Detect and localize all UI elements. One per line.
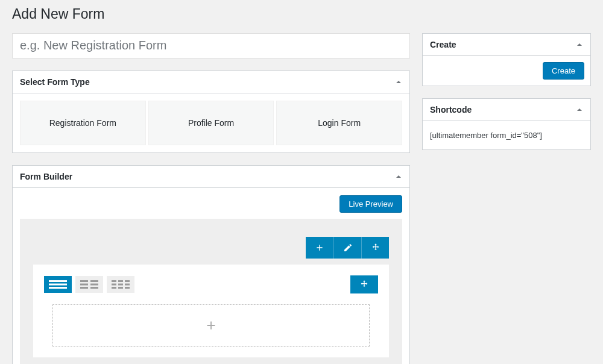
select-form-type-title: Select Form Type [13, 71, 97, 93]
live-preview-button[interactable]: Live Preview [339, 195, 402, 213]
chevron-up-icon [395, 78, 402, 86]
layout-one-column-button[interactable] [44, 276, 72, 293]
svg-rect-5 [80, 283, 88, 285]
builder-row [33, 265, 389, 357]
two-column-icon [80, 280, 98, 289]
create-button[interactable]: Create [543, 62, 584, 80]
create-panel: Create Create [422, 33, 591, 86]
form-builder-title: Form Builder [13, 166, 80, 187]
builder-canvas [20, 219, 402, 364]
layout-two-column-button[interactable] [75, 276, 103, 293]
collapse-toggle[interactable] [569, 99, 590, 121]
form-name-input[interactable] [12, 33, 410, 58]
move-icon [359, 280, 369, 289]
chevron-up-icon [395, 173, 402, 180]
svg-rect-3 [80, 280, 88, 282]
svg-rect-10 [118, 280, 123, 282]
collapse-toggle[interactable] [388, 71, 409, 93]
edit-row-button[interactable] [333, 237, 361, 259]
svg-rect-14 [125, 283, 130, 285]
svg-rect-16 [118, 287, 123, 289]
svg-rect-2 [49, 287, 67, 289]
form-type-label: Login Form [318, 118, 361, 128]
form-type-label: Profile Form [188, 118, 234, 128]
svg-rect-17 [125, 287, 130, 289]
form-builder-panel: Form Builder Live Preview [12, 165, 410, 364]
shortcode-value: [ultimatemember form_id="508"] [430, 128, 583, 142]
svg-rect-1 [49, 283, 67, 285]
chevron-up-icon [576, 106, 583, 113]
three-column-icon [112, 280, 130, 289]
chevron-up-icon [576, 41, 583, 48]
svg-rect-8 [90, 287, 98, 289]
add-row-button[interactable] [306, 237, 333, 259]
svg-rect-9 [112, 280, 116, 282]
svg-rect-15 [112, 287, 116, 289]
add-field-dropzone[interactable] [52, 304, 370, 347]
move-row-button[interactable] [361, 237, 389, 259]
layout-three-column-button[interactable] [107, 276, 134, 293]
form-type-profile[interactable]: Profile Form [148, 101, 274, 145]
svg-rect-13 [118, 283, 123, 285]
svg-rect-0 [49, 280, 67, 282]
select-form-type-panel: Select Form Type Registration Form Profi… [12, 71, 410, 153]
create-panel-title: Create [423, 34, 464, 55]
svg-rect-12 [112, 283, 116, 285]
pencil-icon [343, 243, 353, 253]
one-column-icon [49, 280, 67, 289]
form-type-registration[interactable]: Registration Form [20, 101, 146, 145]
page-title: Add New Form [12, 0, 591, 26]
shortcode-panel-title: Shortcode [423, 99, 479, 121]
collapse-toggle[interactable] [388, 166, 409, 187]
move-icon [371, 243, 380, 253]
form-type-label: Registration Form [49, 118, 116, 128]
plus-icon [204, 319, 218, 332]
svg-rect-6 [90, 283, 98, 285]
svg-rect-4 [90, 280, 98, 282]
shortcode-panel: Shortcode [ultimatemember form_id="508"] [422, 98, 591, 150]
move-column-button[interactable] [350, 275, 378, 293]
svg-rect-7 [80, 287, 88, 289]
plus-icon [315, 243, 324, 253]
collapse-toggle[interactable] [569, 34, 590, 55]
form-type-login[interactable]: Login Form [276, 101, 402, 145]
svg-rect-11 [125, 280, 130, 282]
